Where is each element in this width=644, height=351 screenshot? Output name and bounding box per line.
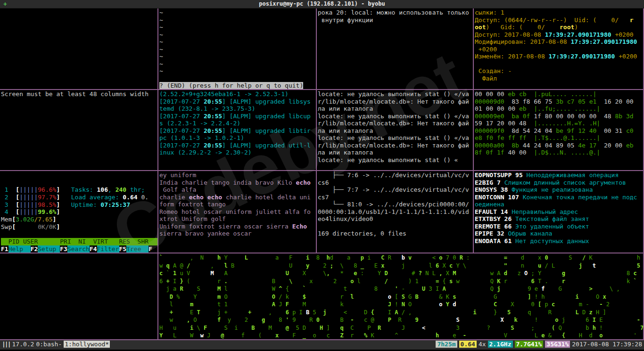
uptime-indicator: 7h25m [436, 341, 457, 348]
pane-hexdump[interactable]: 00 00 00 eb cb |.puL.... ......|000009d0… [474, 90, 644, 170]
pane-pacman-log[interactable]: (2.52.2+9+g3245eba16-1 -> 2.52.3-1)[2017… [158, 90, 316, 170]
titlebar: + posixru@my-pc (192.168.2.101) - byobu [0, 0, 644, 8]
tmux-version: 17.0.2 [12, 341, 34, 348]
cpu-count-indicator: 4x [479, 341, 486, 348]
pane-tree-output[interactable]: ├── 7:6 -> ../../devices/virtual/vc/vcs6… [317, 171, 473, 253]
clock: 2017-08-08 17:39:28 [572, 341, 642, 348]
byobu-logo-icon: ||| [2, 341, 10, 348]
pane-border-horizontal-3[interactable] [0, 253, 644, 253]
pane-empty-bottom-left[interactable] [0, 253, 157, 339]
pane-less-pager[interactable]: ~~~~~~~~~ ? (END) (press h for help or q… [158, 8, 316, 89]
pane-htop[interactable]: 1 [|||||96.6%] Tasks: 106, 240 thr; 2 [|… [0, 171, 157, 253]
memory-indicator: 7.7G41% [515, 341, 544, 348]
pane-stat-output[interactable]: сылки: 1Доступ: (0644/-rw-r--r--) Uid: (… [474, 8, 644, 89]
load-indicator: 0.64 [459, 341, 477, 348]
cpu-frequency-indicator: 2.1GHz [488, 341, 513, 348]
window-tab-bash[interactable]: 0:bash- [36, 341, 62, 348]
pane-screen-message[interactable]: Screen must be at least 48 columns width [0, 90, 157, 170]
status-bar: ||| 17.0.2 0:bash- 1:hollywood* 7h25m 0.… [0, 340, 644, 350]
pane-border-horizontal-2[interactable] [0, 170, 644, 171]
pane-bash-error[interactable]: рока 20: local: можно использовать тольк… [317, 8, 473, 89]
pane-border-vertical-1[interactable] [157, 8, 158, 340]
pane-errno-list[interactable]: EOPNOTSUPP 95 Неподдерживаемая операцияE… [474, 171, 644, 253]
pane-locate-errors[interactable]: locate: не удалось выполнить stat () «/v… [317, 90, 473, 170]
pane-cmatrix[interactable]: ` , N h Y L a F i 8 hd a p i C R b v < o… [158, 253, 644, 339]
pane-border-horizontal-1[interactable] [0, 89, 644, 90]
pane-phonetic-words[interactable]: ey uniformIndia charlie tango india brav… [158, 171, 316, 253]
disk-indicator: 35G31% [545, 341, 570, 348]
pane-border-vertical-2[interactable] [316, 8, 317, 253]
window-tab-hollywood-active[interactable]: 1:hollywood* [64, 341, 110, 348]
pane-border-vertical-3[interactable] [473, 8, 474, 253]
pane-empty-top-left[interactable] [0, 8, 157, 89]
byobu-screen: + posixru@my-pc (192.168.2.101) - byobu … [0, 0, 644, 351]
window-title: posixru@my-pc (192.168.2.101) - byobu [0, 0, 644, 7]
